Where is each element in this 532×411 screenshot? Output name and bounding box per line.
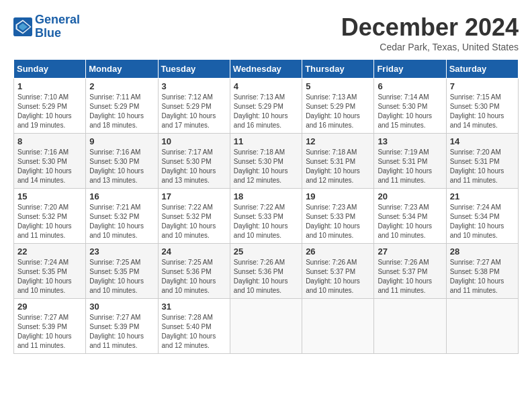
day-number-30: 30	[89, 302, 154, 312]
day-info-1: Sunrise: 7:10 AM Sunset: 5:29 PM Dayligh…	[17, 93, 82, 130]
day-info-10: Sunrise: 7:17 AM Sunset: 5:30 PM Dayligh…	[162, 148, 226, 185]
day-cell-19: 19 Sunrise: 7:23 AM Sunset: 5:33 PM Dayl…	[302, 189, 374, 244]
logo: General Blue	[13, 13, 80, 40]
calendar-week-2: 15 Sunrise: 7:20 AM Sunset: 5:32 PM Dayl…	[14, 189, 519, 244]
day-info-11: Sunrise: 7:18 AM Sunset: 5:30 PM Dayligh…	[234, 148, 298, 185]
day-cell-29: 29 Sunrise: 7:27 AM Sunset: 5:39 PM Dayl…	[14, 299, 86, 354]
day-cell-2: 2 Sunrise: 7:11 AM Sunset: 5:29 PM Dayli…	[86, 79, 158, 134]
day-number-28: 28	[450, 246, 515, 257]
day-info-17: Sunrise: 7:22 AM Sunset: 5:32 PM Dayligh…	[162, 203, 226, 240]
day-number-24: 24	[162, 246, 226, 257]
day-number-16: 16	[89, 191, 154, 201]
month-title: December 2024	[341, 13, 519, 42]
day-number-22: 22	[17, 246, 82, 257]
calendar-table: Sunday Monday Tuesday Wednesday Thursday…	[13, 59, 519, 354]
day-info-18: Sunrise: 7:22 AM Sunset: 5:33 PM Dayligh…	[234, 203, 298, 240]
day-cell-4: 4 Sunrise: 7:13 AM Sunset: 5:29 PM Dayli…	[230, 79, 302, 134]
day-cell-16: 16 Sunrise: 7:21 AM Sunset: 5:32 PM Dayl…	[86, 189, 158, 244]
day-info-19: Sunrise: 7:23 AM Sunset: 5:33 PM Dayligh…	[306, 203, 370, 240]
day-number-18: 18	[234, 191, 298, 201]
day-info-23: Sunrise: 7:25 AM Sunset: 5:35 PM Dayligh…	[89, 258, 154, 295]
day-number-14: 14	[450, 136, 515, 146]
day-number-8: 8	[17, 136, 82, 146]
day-number-4: 4	[234, 81, 298, 91]
day-info-3: Sunrise: 7:12 AM Sunset: 5:29 PM Dayligh…	[162, 93, 226, 130]
day-number-19: 19	[306, 191, 370, 201]
day-number-25: 25	[234, 246, 298, 257]
day-cell-1: 1 Sunrise: 7:10 AM Sunset: 5:29 PM Dayli…	[14, 79, 86, 134]
day-cell-17: 17 Sunrise: 7:22 AM Sunset: 5:32 PM Dayl…	[158, 189, 230, 244]
day-info-2: Sunrise: 7:11 AM Sunset: 5:29 PM Dayligh…	[89, 93, 154, 130]
day-number-20: 20	[378, 191, 442, 201]
day-number-29: 29	[17, 302, 82, 312]
day-number-1: 1	[17, 81, 82, 91]
day-info-15: Sunrise: 7:20 AM Sunset: 5:32 PM Dayligh…	[17, 203, 82, 240]
day-info-8: Sunrise: 7:16 AM Sunset: 5:30 PM Dayligh…	[17, 148, 82, 185]
day-info-14: Sunrise: 7:20 AM Sunset: 5:31 PM Dayligh…	[450, 148, 515, 185]
header-sunday: Sunday	[14, 60, 86, 79]
calendar-week-0: 1 Sunrise: 7:10 AM Sunset: 5:29 PM Dayli…	[14, 79, 519, 134]
header-tuesday: Tuesday	[158, 60, 230, 79]
day-number-9: 9	[89, 136, 154, 146]
day-info-5: Sunrise: 7:13 AM Sunset: 5:29 PM Dayligh…	[306, 93, 370, 130]
day-number-27: 27	[378, 246, 442, 257]
day-cell-5: 5 Sunrise: 7:13 AM Sunset: 5:29 PM Dayli…	[302, 79, 374, 134]
day-number-31: 31	[162, 302, 226, 312]
day-info-24: Sunrise: 7:25 AM Sunset: 5:36 PM Dayligh…	[162, 258, 226, 295]
day-info-6: Sunrise: 7:14 AM Sunset: 5:30 PM Dayligh…	[378, 93, 442, 130]
calendar-week-1: 8 Sunrise: 7:16 AM Sunset: 5:30 PM Dayli…	[14, 134, 519, 189]
day-cell-30: 30 Sunrise: 7:27 AM Sunset: 5:39 PM Dayl…	[86, 299, 158, 354]
day-cell-27: 27 Sunrise: 7:26 AM Sunset: 5:37 PM Dayl…	[374, 244, 446, 299]
logo-icon	[13, 17, 32, 36]
calendar-header-row: Sunday Monday Tuesday Wednesday Thursday…	[14, 60, 519, 79]
day-cell-21: 21 Sunrise: 7:24 AM Sunset: 5:34 PM Dayl…	[446, 189, 518, 244]
calendar-week-4: 29 Sunrise: 7:27 AM Sunset: 5:39 PM Dayl…	[14, 299, 519, 354]
day-cell-7: 7 Sunrise: 7:15 AM Sunset: 5:30 PM Dayli…	[446, 79, 518, 134]
page-header: General Blue December 2024 Cedar Park, T…	[13, 13, 519, 52]
calendar-week-3: 22 Sunrise: 7:24 AM Sunset: 5:35 PM Dayl…	[14, 244, 519, 299]
day-info-20: Sunrise: 7:23 AM Sunset: 5:34 PM Dayligh…	[378, 203, 442, 240]
day-info-22: Sunrise: 7:24 AM Sunset: 5:35 PM Dayligh…	[17, 258, 82, 295]
day-number-13: 13	[378, 136, 442, 146]
day-info-28: Sunrise: 7:27 AM Sunset: 5:38 PM Dayligh…	[450, 258, 515, 295]
day-cell-22: 22 Sunrise: 7:24 AM Sunset: 5:35 PM Dayl…	[14, 244, 86, 299]
empty-cell	[302, 299, 374, 354]
day-cell-11: 11 Sunrise: 7:18 AM Sunset: 5:30 PM Dayl…	[230, 134, 302, 189]
day-cell-3: 3 Sunrise: 7:12 AM Sunset: 5:29 PM Dayli…	[158, 79, 230, 134]
day-info-7: Sunrise: 7:15 AM Sunset: 5:30 PM Dayligh…	[450, 93, 515, 130]
day-info-12: Sunrise: 7:18 AM Sunset: 5:31 PM Dayligh…	[306, 148, 370, 185]
day-info-13: Sunrise: 7:19 AM Sunset: 5:31 PM Dayligh…	[378, 148, 442, 185]
day-info-9: Sunrise: 7:16 AM Sunset: 5:30 PM Dayligh…	[89, 148, 154, 185]
header-monday: Monday	[86, 60, 158, 79]
day-cell-9: 9 Sunrise: 7:16 AM Sunset: 5:30 PM Dayli…	[86, 134, 158, 189]
day-cell-15: 15 Sunrise: 7:20 AM Sunset: 5:32 PM Dayl…	[14, 189, 86, 244]
day-cell-13: 13 Sunrise: 7:19 AM Sunset: 5:31 PM Dayl…	[374, 134, 446, 189]
logo-line2: Blue	[35, 26, 61, 40]
day-number-7: 7	[450, 81, 515, 91]
day-cell-18: 18 Sunrise: 7:22 AM Sunset: 5:33 PM Dayl…	[230, 189, 302, 244]
day-number-11: 11	[234, 136, 298, 146]
day-info-21: Sunrise: 7:24 AM Sunset: 5:34 PM Dayligh…	[450, 203, 515, 240]
day-cell-8: 8 Sunrise: 7:16 AM Sunset: 5:30 PM Dayli…	[14, 134, 86, 189]
day-cell-20: 20 Sunrise: 7:23 AM Sunset: 5:34 PM Dayl…	[374, 189, 446, 244]
day-number-21: 21	[450, 191, 515, 201]
header-friday: Friday	[374, 60, 446, 79]
day-cell-26: 26 Sunrise: 7:26 AM Sunset: 5:37 PM Dayl…	[302, 244, 374, 299]
logo-text: General Blue	[35, 13, 80, 40]
empty-cell	[230, 299, 302, 354]
day-number-26: 26	[306, 246, 370, 257]
empty-cell	[446, 299, 518, 354]
day-number-10: 10	[162, 136, 226, 146]
header-wednesday: Wednesday	[230, 60, 302, 79]
day-cell-12: 12 Sunrise: 7:18 AM Sunset: 5:31 PM Dayl…	[302, 134, 374, 189]
day-cell-23: 23 Sunrise: 7:25 AM Sunset: 5:35 PM Dayl…	[86, 244, 158, 299]
logo-line1: General	[35, 13, 80, 26]
day-number-12: 12	[306, 136, 370, 146]
header-thursday: Thursday	[302, 60, 374, 79]
day-number-6: 6	[378, 81, 442, 91]
header-saturday: Saturday	[446, 60, 518, 79]
day-number-23: 23	[89, 246, 154, 257]
day-number-17: 17	[162, 191, 226, 201]
day-cell-28: 28 Sunrise: 7:27 AM Sunset: 5:38 PM Dayl…	[446, 244, 518, 299]
day-info-16: Sunrise: 7:21 AM Sunset: 5:32 PM Dayligh…	[89, 203, 154, 240]
